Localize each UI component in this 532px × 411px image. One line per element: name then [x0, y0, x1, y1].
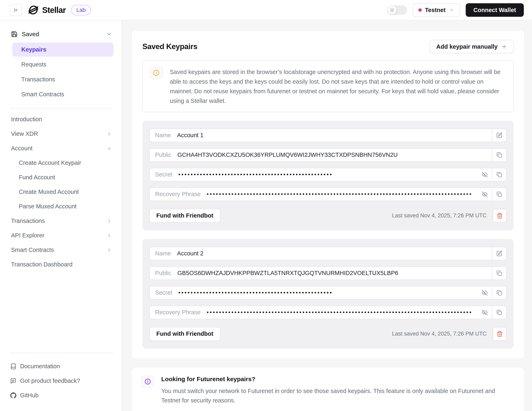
sidebar-divider [10, 108, 112, 108]
feedback-link[interactable]: Got product feedback? [10, 375, 114, 387]
futurenet-notice: Looking for Futurenet keypairs? You must… [132, 367, 524, 411]
fund-with-friendbot-button[interactable]: Fund with Friendbot [149, 209, 220, 223]
collapse-sidebar-button[interactable] [10, 4, 22, 16]
documentation-link[interactable]: Documentation [10, 360, 114, 373]
secret-key-field: Secret •••••••••••••••••••••••••••••••••… [149, 286, 507, 299]
chevron-down-icon [106, 31, 112, 37]
sidebar-item-transaction-dashboard[interactable]: Transaction Dashboard [10, 257, 114, 272]
edit-icon[interactable] [492, 129, 506, 142]
copy-icon[interactable] [492, 188, 506, 201]
sidebar-item-requests[interactable]: Requests [12, 57, 114, 72]
sidebar-group-saved[interactable]: Saved [10, 27, 114, 42]
public-key-field: Public GB5OS6DWHZAJDVHKPPBWZTLA5TNRXTQJG… [149, 266, 507, 280]
chevron-right-icon [107, 233, 112, 238]
secret-label: Secret [150, 287, 172, 299]
warning-text: Saved keypairs are stored in the browser… [170, 67, 506, 106]
public-label: Public [150, 149, 171, 161]
eye-off-icon[interactable] [478, 287, 492, 299]
secret-key-masked-value: ••••••••••••••••••••••••••••••••••••••••… [178, 168, 478, 181]
recovery-phrase-label: Recovery Phrase [150, 306, 200, 319]
saved-keypairs-panel: Saved Keypairs Add keypair manually Save… [132, 31, 524, 359]
sidebar-item-create-account-keypair[interactable]: Create Account Keypair [10, 156, 114, 170]
eye-off-icon[interactable] [478, 188, 492, 201]
sidebar-footer: Documentation Got product feedback? GitH… [10, 353, 114, 402]
copy-icon[interactable] [492, 267, 506, 280]
sidebar-item-keypairs[interactable]: Keypairs [12, 43, 114, 57]
name-label: Name [150, 129, 171, 142]
save-icon [11, 31, 18, 37]
copy-icon[interactable] [492, 306, 506, 319]
sidebar-item-transactions-saved[interactable]: Transactions [12, 72, 114, 86]
network-label: Testnet [425, 7, 446, 13]
sun-icon [390, 7, 395, 13]
theme-toggle[interactable] [387, 5, 407, 15]
logo-text: Stellar [42, 6, 66, 15]
sidebar-item-create-muxed-account[interactable]: Create Muxed Account [10, 185, 114, 199]
stellar-logo-icon [28, 4, 39, 16]
name-value[interactable]: Account 1 [177, 129, 492, 142]
sidebar-item-account[interactable]: Account [10, 141, 114, 156]
chevron-right-icon [107, 247, 112, 253]
recovery-phrase-masked-value: ••••••••••••••••••••••••••••••••••••••••… [207, 306, 478, 319]
chevron-down-icon [449, 7, 454, 13]
connect-wallet-button[interactable]: Connect Wallet [466, 3, 524, 17]
edit-icon[interactable] [492, 247, 506, 260]
info-icon [141, 376, 154, 387]
copy-icon[interactable] [492, 168, 506, 181]
keypair-card-account-1: Name Account 1 Public GCHA4HT3VODKCXZU5O… [142, 121, 513, 230]
plus-icon [501, 44, 507, 49]
copy-icon[interactable] [492, 149, 506, 161]
recovery-phrase-field: Recovery Phrase ••••••••••••••••••••••••… [149, 306, 507, 319]
book-icon [10, 363, 16, 370]
sidebar-item-transactions[interactable]: Transactions [10, 214, 114, 228]
delete-keypair-button[interactable] [493, 209, 507, 223]
public-key-field: Public GCHA4HT3VODKCXZU5OK36YRPLUMQV6WI2… [149, 148, 507, 162]
sidebar-item-fund-account[interactable]: Fund Account [10, 170, 114, 185]
chevron-right-icon [107, 131, 112, 137]
copy-icon[interactable] [492, 287, 506, 299]
sidebar-item-smart-contracts[interactable]: Smart Contracts [10, 243, 114, 257]
fund-with-friendbot-button[interactable]: Fund with Friendbot [149, 327, 220, 341]
delete-keypair-button[interactable] [493, 327, 507, 341]
sidebar-item-view-xdr[interactable]: View XDR [10, 127, 114, 141]
feedback-icon [10, 378, 16, 384]
secret-key-field: Secret •••••••••••••••••••••••••••••••••… [149, 168, 507, 181]
app-root: Stellar Lab Testnet Connect Wallet [0, 0, 532, 411]
network-selector[interactable]: Testnet [413, 3, 460, 17]
eye-off-icon[interactable] [478, 306, 492, 319]
secret-label: Secret [150, 168, 172, 181]
chevron-right-icon [107, 218, 112, 224]
github-icon [10, 392, 16, 399]
keypair-card-account-2: Name Account 2 Public GB5OS6DWHZAJDVHKPP… [142, 239, 513, 349]
collapse-sidebar-icon [13, 7, 19, 13]
sidebar-item-smart-contracts-saved[interactable]: Smart Contracts [12, 87, 114, 102]
eye-off-icon[interactable] [478, 168, 492, 181]
sidebar-item-parse-muxed-account[interactable]: Parse Muxed Account [10, 199, 114, 214]
sidebar-item-introduction[interactable]: Introduction [10, 112, 114, 127]
add-keypair-button[interactable]: Add keypair manually [430, 40, 513, 53]
security-warning-box: Saved keypairs are stored in the browser… [142, 60, 513, 112]
main-content: Saved Keypairs Add keypair manually Save… [122, 20, 532, 411]
public-label: Public [150, 267, 171, 280]
recovery-phrase-label: Recovery Phrase [150, 188, 200, 201]
public-key-value[interactable]: GCHA4HT3VODKCXZU5OK36YRPLUMQV6WI2JWHY33C… [177, 149, 492, 161]
futurenet-notice-body: You must switch your network to Futurene… [161, 386, 509, 405]
warning-info-icon [150, 67, 163, 79]
github-link[interactable]: GitHub [10, 389, 114, 402]
last-saved-timestamp: Last saved Nov 4, 2025, 7:26 PM UTC [392, 213, 487, 219]
chevron-down-icon [107, 146, 112, 151]
public-key-value[interactable]: GB5OS6DWHZAJDVHKPPBWZTLA5TNRXTQJGQTVNURM… [177, 267, 492, 280]
top-header: Stellar Lab Testnet Connect Wallet [0, 0, 532, 20]
name-label: Name [150, 247, 171, 260]
trash-icon [497, 331, 503, 337]
futurenet-notice-title: Looking for Futurenet keypairs? [161, 376, 509, 383]
trash-icon [497, 213, 503, 219]
name-field: Name Account 2 [149, 247, 507, 260]
network-status-dot [418, 8, 422, 12]
sidebar: Saved Keypairs Requests Transactions Sma… [0, 20, 122, 411]
sidebar-item-api-explorer[interactable]: API Explorer [10, 228, 114, 243]
name-value[interactable]: Account 2 [177, 247, 492, 260]
stellar-logo[interactable]: Stellar Lab [28, 4, 91, 16]
recovery-phrase-masked-value: ••••••••••••••••••••••••••••••••••••••••… [207, 188, 478, 201]
sidebar-group-saved-label: Saved [22, 31, 39, 38]
